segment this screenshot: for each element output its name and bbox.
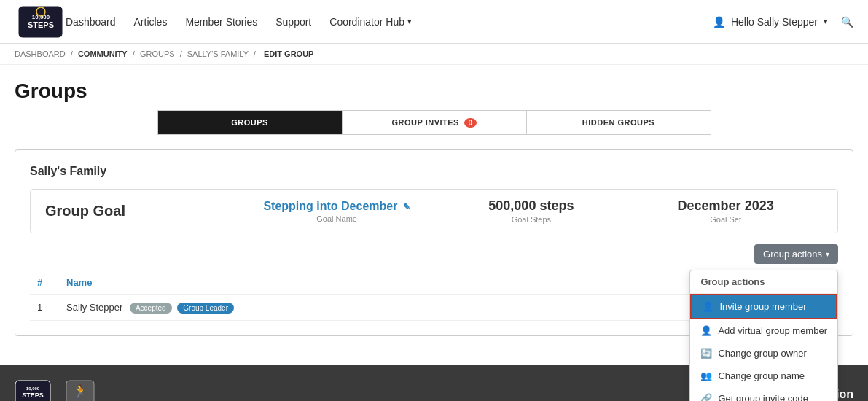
dropdown-header: Group actions (690, 270, 837, 294)
tab-group-invites[interactable]: GROUP INVITES 0 (343, 111, 527, 134)
tab-hidden-groups[interactable]: HIDDEN GROUPS (527, 111, 711, 134)
svg-text:🏃: 🏃 (72, 384, 89, 400)
nav-member-stories[interactable]: Member Stories (185, 16, 257, 28)
svg-text:STEPS: STEPS (27, 20, 53, 29)
actions-row: Group actions ▾ Group actions 👤 Invite g… (30, 244, 838, 264)
nav-coordinator-hub[interactable]: Coordinator Hub ▾ (329, 16, 412, 28)
footer-logo2: 🏃 (66, 380, 95, 401)
edit-goal-icon: ✎ (403, 202, 410, 212)
site-logo[interactable]: 10,000 STEPS (15, 4, 66, 40)
breadcrumb-community[interactable]: COMMUNITY (78, 50, 128, 58)
row-number: 1 (30, 295, 59, 321)
goal-date: December 2023 (628, 198, 823, 214)
dropdown-change-owner[interactable]: 🔄 Change group owner (690, 342, 837, 365)
invite-code-icon: 🔗 (700, 393, 712, 401)
breadcrumb: DASHBOARD / COMMUNITY / GROUPS / SALLY'S… (0, 44, 868, 65)
svg-text:10,000: 10,000 (31, 14, 50, 20)
tab-groups[interactable]: GROUPS (158, 111, 343, 134)
invite-icon: 👤 (702, 301, 713, 312)
breadcrumb-dashboard[interactable]: DASHBOARD (15, 50, 66, 58)
user-greeting[interactable]: Hello Sally Stepper (731, 16, 818, 28)
change-owner-icon: 🔄 (700, 348, 712, 359)
member-name: Sally Stepper (66, 302, 122, 313)
goal-row: Group Goal Stepping into December ✎ Goal… (30, 189, 838, 233)
nav-articles[interactable]: Articles (134, 16, 168, 28)
dropdown-change-name[interactable]: 👥 Change group name (690, 365, 837, 387)
goal-steps-sub: Goal Steps (434, 215, 629, 224)
user-area: 👤 Hello Sally Stepper ▾ 🔍 (713, 16, 853, 28)
badge-group-leader: Group Leader (177, 303, 234, 314)
goal-label: Group Goal (45, 203, 125, 219)
change-name-icon: 👥 (700, 370, 712, 381)
nav-support[interactable]: Support (275, 16, 311, 28)
footer-logo: 10,000 STEPS (15, 380, 51, 401)
svg-text:STEPS: STEPS (22, 392, 44, 399)
breadcrumb-current: EDIT GROUP (264, 50, 313, 58)
dropdown-invite-group-member[interactable]: 👤 Invite group member (690, 294, 837, 319)
search-icon[interactable]: 🔍 (841, 16, 853, 28)
user-icon: 👤 (713, 16, 725, 28)
tab-group-invites-badge: 0 (464, 118, 476, 128)
nav-dashboard[interactable]: Dashboard (66, 16, 116, 28)
group-actions-button[interactable]: Group actions ▾ (754, 244, 838, 264)
breadcrumb-groups[interactable]: GROUPS (140, 50, 175, 58)
breadcrumb-sallys-family[interactable]: SALLY'S FAMILY (187, 50, 249, 58)
goal-name[interactable]: Stepping into December ✎ (240, 200, 434, 213)
goal-steps: 500,000 steps (434, 198, 629, 214)
page-title: Groups (0, 65, 868, 110)
main-content: Sally's Family Group Goal Stepping into … (0, 149, 868, 351)
tabs: GROUPS GROUP INVITES 0 HIDDEN GROUPS (157, 110, 711, 135)
main-nav: Dashboard Articles Member Stories Suppor… (66, 16, 713, 28)
dropdown-add-virtual-member[interactable]: 👤 Add virtual group member (690, 319, 837, 342)
header: 10,000 STEPS Dashboard Articles Member S… (0, 0, 868, 44)
badge-accepted: Accepted (130, 303, 172, 314)
svg-text:10,000: 10,000 (26, 386, 40, 391)
group-card: Sally's Family Group Goal Stepping into … (15, 149, 853, 336)
tabs-container: GROUPS GROUP INVITES 0 HIDDEN GROUPS (15, 110, 853, 135)
user-caret[interactable]: ▾ (824, 17, 828, 26)
actions-caret: ▾ (826, 250, 829, 258)
goal-date-sub: Goal Set (628, 215, 823, 224)
col-number: # (30, 271, 59, 295)
dropdown-menu: Group actions 👤 Invite group member 👤 Ad… (689, 270, 838, 401)
add-virtual-icon: 👤 (700, 325, 712, 336)
group-card-title: Sally's Family (30, 165, 838, 178)
goal-name-sub: Goal Name (240, 214, 434, 223)
dropdown-invite-code[interactable]: 🔗 Get group invite code (690, 387, 837, 401)
